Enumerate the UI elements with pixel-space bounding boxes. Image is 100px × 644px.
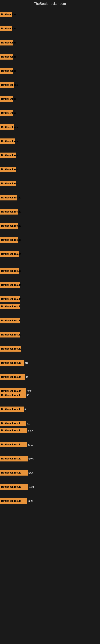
bar-value: 53.1 — [28, 443, 33, 446]
bar-row: Bottleneck result — [0, 236, 18, 244]
bar-label: Bottleneck res — [0, 82, 14, 88]
bar-row: Bottleneck result50 — [0, 392, 29, 399]
bar-label: Bottleneck result — [0, 251, 19, 257]
bar-label: Bottleneck resu — [0, 181, 16, 186]
bar-label: Bottleneck re — [0, 68, 13, 74]
bar-row: Bottleneck res — [0, 123, 14, 131]
bar-label: Bottleneck result — [0, 332, 20, 338]
bar-row: Bottleneck result48 — [0, 359, 28, 367]
bar-row: Bottleneck result53.7 — [0, 427, 33, 434]
bar-row: Bottleneck result54% — [0, 455, 34, 462]
bar-value: 51. — [27, 422, 30, 425]
bar-label: Bottleneck result — [0, 392, 26, 398]
bar-row: Bottleneck result49 — [0, 373, 28, 381]
bar-value: 50 — [26, 394, 29, 397]
bar-label: Bottleneck result — [0, 406, 24, 412]
bar-row: Bottleneck result — [0, 331, 20, 338]
bar-label: Bottleneck result — [0, 304, 20, 309]
site-title: TheBottlenecker.com — [0, 0, 100, 7]
bar-label: Bottleneck result — [0, 498, 27, 504]
bar-row: Bottleneck result51. — [0, 420, 30, 427]
bar-row: Bottleneck result — [0, 194, 17, 202]
bar-row: Bottleneck result53.1 — [0, 441, 33, 448]
bar-label: Bottleneck result — [0, 195, 17, 200]
bar-label: Bottleneck resu — [0, 152, 16, 158]
bar-row: Bottleneck re — [0, 39, 13, 46]
bar-label: Bottleneck result — [0, 374, 25, 380]
bar-row: Bottleneck resu — [0, 166, 16, 173]
bar-row: Bottleneck result — [0, 222, 18, 230]
bar-value: 53.7 — [28, 429, 33, 432]
bar-row: Bottleneck re — [0, 109, 13, 117]
bar-label: Bottleneck result — [0, 268, 19, 274]
bar-row: Bottleneck result — [0, 281, 20, 289]
bar-row: Bottleneck result — [0, 267, 19, 275]
bar-value: 54.9 — [29, 486, 34, 488]
bar-label: Bottleneck result — [0, 296, 20, 302]
bar-row: Bottleneck re — [0, 95, 13, 103]
bar-row: Bottleneck result — [0, 317, 20, 324]
bar-row: Bottleneck result54.9 — [0, 483, 34, 491]
chart-area: Bottleneck reBottleneck reBottleneck reB… — [0, 7, 100, 640]
bar-row: Bottleneck res — [0, 81, 14, 89]
bar-value: 48 — [25, 362, 28, 364]
bar-label: Bottleneck result — [0, 484, 28, 490]
bar-row: Bottleneck re — [0, 53, 13, 60]
bar-label: Bottleneck result — [0, 442, 27, 448]
bar-label: Bottleneck result — [0, 456, 28, 462]
bar-label: Bottleneck re — [0, 12, 12, 17]
bar-label: Bottleneck re — [0, 26, 12, 32]
bar-row: Bottleneck re — [0, 11, 12, 18]
bar-row: Bottleneck result52.9 — [0, 497, 33, 505]
bar-label: Bottleneck res — [0, 124, 14, 130]
bar-value: 52.9 — [28, 500, 33, 502]
bar-label: Bottleneck result — [0, 420, 26, 426]
bar-row: Bottleneck resu — [0, 180, 16, 187]
bar-label: Bottleneck result — [0, 237, 18, 243]
bar-row: Bottleneck result4 — [0, 406, 26, 413]
bar-row: Bottleneck result — [0, 345, 21, 352]
bar-row: Bottleneck result — [0, 208, 18, 216]
bar-row: Bottleneck result — [0, 295, 20, 303]
bar-label: Bottleneck re — [0, 40, 13, 46]
bar-label: Bottleneck result — [0, 209, 18, 214]
bar-label: Bottleneck result — [0, 223, 18, 228]
bar-label: Bottleneck result — [0, 282, 20, 288]
bar-value: 49 — [26, 376, 28, 378]
bar-label: Bottleneck re — [0, 96, 13, 102]
bar-label: Bottleneck re — [0, 110, 13, 116]
bar-row: Bottleneck re — [0, 25, 12, 32]
bar-label: Bottleneck res — [0, 138, 15, 144]
bar-row: Bottleneck res — [0, 138, 15, 145]
bar-label: Bottleneck result — [0, 318, 20, 324]
bar-value: 4 — [24, 408, 26, 411]
bar-label: Bottleneck result — [0, 470, 28, 476]
bar-row: Bottleneck result — [0, 250, 19, 258]
bar-row: Bottleneck resu — [0, 152, 16, 159]
bar-label: Bottleneck resu — [0, 167, 16, 172]
bar-value: 54.4 — [28, 471, 33, 474]
bar-row: Bottleneck re — [0, 67, 13, 75]
bar-label: Bottleneck result — [0, 428, 27, 433]
bar-label: Bottleneck re — [0, 54, 13, 60]
bar-row: Bottleneck result54.4 — [0, 469, 33, 476]
bar-row: Bottleneck result — [0, 303, 20, 310]
bar-value: 54% — [28, 457, 34, 460]
bar-label: Bottleneck result — [0, 360, 24, 366]
bar-label: Bottleneck result — [0, 346, 21, 352]
